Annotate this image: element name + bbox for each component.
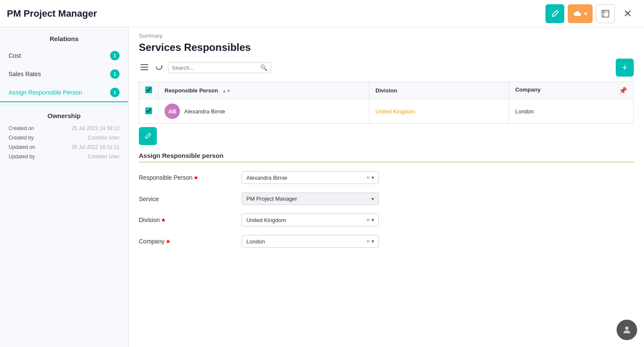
ownership-section: Ownership Created on 25 Jul 2022 14:38:1… <box>0 108 128 170</box>
expand-icon <box>602 10 609 18</box>
sidebar-item-cost[interactable]: Cost 1 <box>0 47 128 65</box>
pin-icon: 📌 <box>619 86 627 95</box>
cloud-button[interactable]: ▾ <box>568 4 593 23</box>
dropdown-arrow-company[interactable]: ▾ <box>371 238 374 244</box>
row-company: London <box>509 99 634 124</box>
form-select-company[interactable]: London × ▾ <box>242 235 379 248</box>
person-name: Alexandra Birnie <box>184 108 225 115</box>
form-section: Assign Responsible person Responsible Pe… <box>129 148 644 265</box>
table-col-company: Company 📌 <box>509 82 634 99</box>
required-star-company: ★ <box>165 238 171 245</box>
search-input[interactable] <box>172 65 258 71</box>
menu-icon-button[interactable] <box>139 62 150 74</box>
form-row-division: Division★ United Kingdom × ▾ <box>139 214 634 226</box>
updated-by-label: Updated by <box>9 154 35 160</box>
created-by-label: Created by <box>9 135 34 141</box>
created-on-label: Created on <box>9 125 34 131</box>
dropdown-arrow-service[interactable]: ▾ <box>371 196 374 202</box>
responsible-value: Alexandra Birnie <box>246 175 365 181</box>
header-actions: ▾ ✕ <box>545 4 637 23</box>
edit-button[interactable] <box>545 4 564 23</box>
table-col-responsible-person: Responsible Person ▲▼ <box>159 82 369 99</box>
sort-arrows[interactable]: ▲▼ <box>222 89 231 93</box>
table-header-row: Responsible Person ▲▼ Division Company 📌 <box>139 82 634 99</box>
assign-badge: 1 <box>110 88 120 97</box>
col-responsible-label: Responsible Person <box>165 87 218 94</box>
form-select-division[interactable]: United Kingdom × ▾ <box>242 214 379 226</box>
menu-icon <box>141 64 148 70</box>
meta-updated-on: Updated on 26 Jul 2022 16:31:11 <box>9 144 120 150</box>
sidebar-item-sales-rates-label: Sales Rates <box>9 71 41 77</box>
meta-created-on: Created on 25 Jul 2022 14:38:12 <box>9 125 120 131</box>
updated-on-value: 26 Jul 2022 16:31:11 <box>72 144 120 150</box>
col-division-label: Division <box>375 87 397 94</box>
meta-updated-by: Updated by Comidor User <box>9 154 120 160</box>
form-divider <box>139 162 634 163</box>
sidebar-item-sales-rates[interactable]: Sales Rates 1 <box>0 65 128 83</box>
updated-by-value: Comidor User <box>88 154 120 160</box>
refresh-button[interactable] <box>153 61 165 74</box>
sidebar-item-assign-responsible[interactable]: Assign Responsible Person 1 <box>0 83 128 102</box>
breadcrumb: Summary <box>129 27 644 39</box>
edit-icon <box>551 9 559 18</box>
dropdown-arrow-division[interactable]: ▾ <box>371 217 374 223</box>
row-edit-button[interactable] <box>139 127 157 145</box>
division-value: United Kingdom <box>375 108 415 115</box>
form-label-service: Service <box>139 196 233 202</box>
sales-rates-badge: 1 <box>110 69 120 79</box>
search-box: 🔍 <box>168 62 271 73</box>
page-title: Services Responsibles <box>129 39 644 59</box>
toolbar: 🔍 + <box>129 59 644 82</box>
header: PM Project Manager ▾ ✕ <box>0 0 644 27</box>
clear-responsible-icon[interactable]: × <box>366 174 370 181</box>
svg-rect-2 <box>141 67 148 68</box>
row-division: United Kingdom <box>369 99 509 124</box>
form-row-service: Service PM Project Manager ▾ <box>139 193 634 205</box>
add-button[interactable]: + <box>616 59 634 77</box>
cloud-dropdown-arrow: ▾ <box>584 10 587 18</box>
row-checkbox[interactable] <box>145 107 152 114</box>
user-avatar-bottom[interactable] <box>617 320 637 340</box>
form-row-company: Company★ London × ▾ <box>139 235 634 248</box>
form-label-company: Company★ <box>139 238 233 245</box>
cost-badge: 1 <box>110 51 120 60</box>
updated-on-label: Updated on <box>9 144 35 150</box>
clear-company-icon[interactable]: × <box>366 238 370 245</box>
required-star-responsible: ★ <box>193 174 199 181</box>
service-value: PM Project Manager <box>246 196 370 202</box>
division-form-value: United Kingdom <box>246 217 365 223</box>
company-form-value: London <box>246 238 365 245</box>
expand-button[interactable] <box>596 4 615 23</box>
app-title: PM Project Manager <box>7 8 97 19</box>
sidebar-item-cost-label: Cost <box>9 52 21 59</box>
sidebar-divider <box>0 105 128 105</box>
table-row: AB Alexandra Birnie United Kingdom Londo… <box>139 99 634 124</box>
clear-division-icon[interactable]: × <box>366 217 370 223</box>
form-title: Assign Responsible person <box>139 152 634 159</box>
row-checkbox-cell <box>139 99 159 124</box>
table-container: Responsible Person ▲▼ Division Company 📌 <box>129 82 644 124</box>
select-all-checkbox[interactable] <box>145 86 152 93</box>
table-header-checkbox <box>139 82 159 99</box>
close-icon: ✕ <box>623 8 632 20</box>
svg-rect-3 <box>141 69 148 70</box>
created-by-value: Comidor User <box>88 135 120 141</box>
created-on-value: 25 Jul 2022 14:38:12 <box>72 125 120 131</box>
row-responsible-person: AB Alexandra Birnie <box>159 99 369 124</box>
ownership-title: Ownership <box>9 112 120 119</box>
form-row-responsible: Responsible Person★ Alexandra Birnie × ▾ <box>139 171 634 184</box>
close-button[interactable]: ✕ <box>618 4 637 23</box>
dropdown-arrow-responsible[interactable]: ▾ <box>371 175 374 181</box>
form-label-division: Division★ <box>139 217 233 223</box>
avatar-cell: AB Alexandra Birnie <box>165 104 363 119</box>
sidebar: Relations Cost 1 Sales Rates 1 Assign Re… <box>0 27 129 347</box>
main-layout: Relations Cost 1 Sales Rates 1 Assign Re… <box>0 27 644 347</box>
relations-title: Relations <box>0 27 128 47</box>
add-icon: + <box>622 62 628 73</box>
form-label-responsible: Responsible Person★ <box>139 174 233 181</box>
cloud-icon <box>573 10 581 17</box>
form-select-service: PM Project Manager ▾ <box>242 193 379 205</box>
row-edit-icon <box>144 133 151 139</box>
form-select-responsible[interactable]: Alexandra Birnie × ▾ <box>242 171 379 184</box>
company-value: London <box>515 108 533 115</box>
